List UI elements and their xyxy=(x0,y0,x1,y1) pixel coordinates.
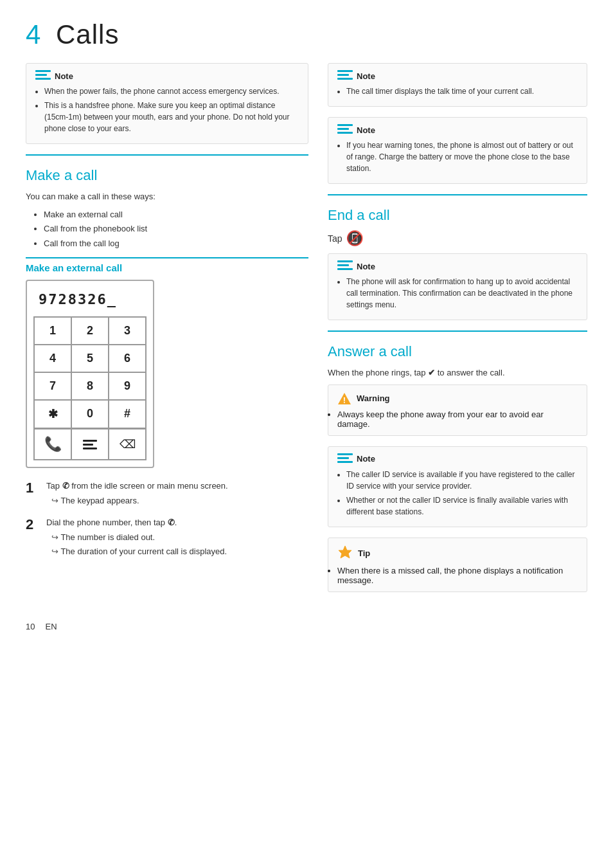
answer-a-call-body: When the phone rings, tap ✔ to answer th… xyxy=(328,366,587,379)
note-icon-3 xyxy=(337,124,353,136)
warning-label: Warning xyxy=(357,393,390,403)
key-star[interactable]: ✱ xyxy=(34,400,71,428)
end-call-note-box: Note The phone will ask for confirmation… xyxy=(328,253,587,320)
right-note-2-header: Note xyxy=(337,124,578,136)
key-3[interactable]: 3 xyxy=(109,317,146,345)
right-note-2-box: Note If you hear warning tones, the phon… xyxy=(328,117,587,184)
key-8[interactable]: 8 xyxy=(71,372,109,400)
step-1-instruction: Tap ✆ from the idle screen or main menu … xyxy=(46,480,308,493)
end-call-note-list: The phone will ask for confirmation to h… xyxy=(337,276,578,311)
left-note-item-2: This is a handsfree phone. Make sure you… xyxy=(44,100,299,134)
answer-note-item-2: Whether or not the caller ID service is … xyxy=(346,494,578,518)
chapter-number: 4 xyxy=(26,19,41,50)
menu-button[interactable] xyxy=(71,429,109,460)
answer-note-item-1: The caller ID service is available if yo… xyxy=(346,469,578,492)
key-1[interactable]: 1 xyxy=(34,317,71,345)
warning-list: Always keep the phone away from your ear… xyxy=(337,410,578,429)
step-2-instruction: Dial the phone number, then tap ✆. xyxy=(46,516,308,529)
right-note-1-item: The call timer displays the talk time of… xyxy=(346,86,578,97)
warning-icon: ! xyxy=(337,392,351,406)
svg-marker-2 xyxy=(339,546,351,558)
call-button[interactable]: 📞 xyxy=(34,429,71,460)
footer-page-num: 10 xyxy=(26,622,35,631)
warning-box: ! Warning Always keep the phone away fro… xyxy=(328,384,587,436)
key-9[interactable]: 9 xyxy=(109,372,146,400)
end-call-note-label: Note xyxy=(357,262,375,271)
step-2: 2 Dial the phone number, then tap ✆. The… xyxy=(26,516,308,560)
list-icon xyxy=(83,440,97,449)
end-call-note-header: Note xyxy=(337,260,578,272)
footer-lang: EN xyxy=(45,622,57,631)
keypad-container: 9728326_ 1 2 3 4 5 6 7 8 9 ✱ 0 # 📞 xyxy=(26,280,154,468)
page-title: 4 Calls xyxy=(26,19,119,50)
answer-call-divider xyxy=(328,330,587,332)
bullet-call-log: Call from the call log xyxy=(44,237,308,250)
tip-header: Tip xyxy=(337,545,578,562)
left-note-box: Note When the power fails, the phone can… xyxy=(26,63,308,144)
right-note-2-item: If you hear warning tones, the phone is … xyxy=(346,140,578,174)
delete-icon: ⌫ xyxy=(120,437,136,451)
right-note-1-box: Note The call timer displays the talk ti… xyxy=(328,63,587,107)
right-note-1-header: Note xyxy=(337,70,578,82)
warning-header: ! Warning xyxy=(337,392,578,406)
tap-end-instruction: Tap 📵 xyxy=(328,230,587,247)
step-2-num: 2 xyxy=(26,516,40,533)
key-7[interactable]: 7 xyxy=(34,372,71,400)
step-1-content: Tap ✆ from the idle screen or main menu … xyxy=(46,480,308,509)
step-1: 1 Tap ✆ from the idle screen or main men… xyxy=(26,480,308,509)
answer-note-list: The caller ID service is available if yo… xyxy=(337,469,578,518)
note-icon-2 xyxy=(337,70,353,82)
tip-label: Tip xyxy=(358,548,370,558)
end-call-note-item: The phone will ask for confirmation to h… xyxy=(346,276,578,311)
keypad-actions[interactable]: 📞 ⌫ xyxy=(33,429,147,460)
step-2-arrow-1: The number is dialed out. xyxy=(46,531,308,544)
end-call-icon: 📵 xyxy=(346,230,364,247)
tip-list: When there is a missed call, the phone d… xyxy=(337,566,578,585)
note-icon-5 xyxy=(337,453,353,465)
note-icon-4 xyxy=(337,260,353,272)
keypad-grid[interactable]: 1 2 3 4 5 6 7 8 9 ✱ 0 # xyxy=(33,316,147,429)
keypad-display: 9728326_ xyxy=(33,287,147,311)
warning-item-1: Always keep the phone away from your ear… xyxy=(337,410,578,429)
key-6[interactable]: 6 xyxy=(109,345,146,372)
svg-text:!: ! xyxy=(343,395,346,405)
phone-icon: 📞 xyxy=(44,436,62,453)
note-header: Note xyxy=(35,70,299,82)
end-call-divider xyxy=(328,194,587,195)
tap-text: Tap xyxy=(328,233,342,244)
note-label: Note xyxy=(55,71,73,81)
delete-button[interactable]: ⌫ xyxy=(109,429,146,460)
external-call-subtitle: Make an external call xyxy=(26,257,308,273)
right-note-2-list: If you hear warning tones, the phone is … xyxy=(337,140,578,174)
right-note-1-list: The call timer displays the talk time of… xyxy=(337,86,578,97)
page-footer: 10 EN xyxy=(26,622,587,631)
key-0[interactable]: 0 xyxy=(71,400,109,428)
key-4[interactable]: 4 xyxy=(34,345,71,372)
left-note-list: When the power fails, the phone cannot a… xyxy=(35,86,299,134)
key-hash[interactable]: # xyxy=(109,400,146,428)
step-2-content: Dial the phone number, then tap ✆. The n… xyxy=(46,516,308,560)
tip-box: Tip When there is a missed call, the pho… xyxy=(328,538,587,592)
answer-note-header: Note xyxy=(337,453,578,465)
step-2-arrow-2: The duration of your current call is dis… xyxy=(46,545,308,558)
key-5[interactable]: 5 xyxy=(71,345,109,372)
bullet-external-call: Make an external call xyxy=(44,208,308,221)
title-text: Calls xyxy=(56,19,119,50)
make-a-call-intro: You can make a call in these ways: xyxy=(26,190,308,203)
answer-note-label: Note xyxy=(357,454,375,464)
right-note-1-label: Note xyxy=(357,71,375,81)
answer-a-call-title: Answer a call xyxy=(328,338,587,360)
make-a-call-bullets: Make an external call Call from the phon… xyxy=(26,208,308,250)
note-icon xyxy=(35,70,51,82)
left-note-item-1: When the power fails, the phone cannot a… xyxy=(44,86,299,97)
tip-item-1: When there is a missed call, the phone d… xyxy=(337,566,578,585)
bullet-phonebook: Call from the phonebook list xyxy=(44,222,308,235)
tip-icon xyxy=(337,545,353,562)
make-a-call-divider xyxy=(26,154,308,156)
step-1-arrow-1: The keypad appears. xyxy=(46,494,308,507)
answer-note-box: Note The caller ID service is available … xyxy=(328,446,587,527)
right-note-2-label: Note xyxy=(357,125,375,135)
make-a-call-title: Make a call xyxy=(26,162,308,184)
step-1-num: 1 xyxy=(26,480,40,496)
key-2[interactable]: 2 xyxy=(71,317,109,345)
